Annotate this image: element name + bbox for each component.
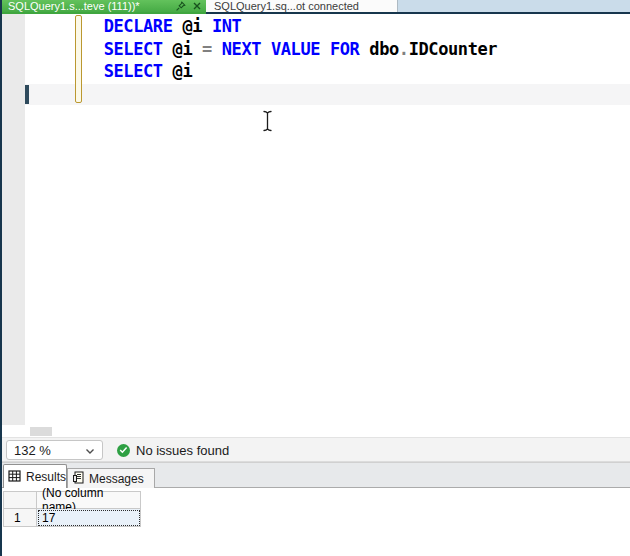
chevron-down-icon bbox=[85, 443, 95, 458]
messages-tab-label: Messages bbox=[89, 472, 144, 486]
code-segment: IDCounter bbox=[409, 39, 498, 59]
code-segment: @i bbox=[182, 16, 202, 36]
zoom-level-dropdown[interactable]: 132 % bbox=[6, 440, 103, 460]
code-segment: . bbox=[399, 39, 409, 59]
grid-corner-cell[interactable] bbox=[3, 491, 37, 509]
health-indicator[interactable]: No issues found bbox=[117, 440, 229, 460]
code-segment bbox=[25, 61, 104, 81]
code-segment bbox=[359, 39, 369, 59]
code-segment bbox=[173, 16, 183, 36]
grid-cell-selected[interactable]: 17 bbox=[37, 509, 141, 527]
code-line[interactable] bbox=[25, 83, 625, 106]
code-segment: SELECT bbox=[104, 39, 163, 59]
pin-icon[interactable] bbox=[175, 1, 186, 12]
code-segment: INT bbox=[212, 16, 242, 36]
code-segment: @i bbox=[173, 61, 193, 81]
code-segment bbox=[163, 39, 173, 59]
code-segment: dbo bbox=[369, 39, 399, 59]
code-lines[interactable]: DECLARE @i INT SELECT @i = NEXT VALUE FO… bbox=[25, 15, 625, 105]
zoom-level-value: 132 % bbox=[14, 443, 85, 458]
code-segment bbox=[25, 39, 104, 59]
code-segment bbox=[163, 61, 173, 81]
active-tab-title: SQLQuery1.s...teve (111))* bbox=[8, 0, 169, 12]
grid-column-header[interactable]: (No column name) bbox=[37, 491, 141, 509]
grid-row-header[interactable]: 1 bbox=[3, 509, 37, 527]
code-segment: @i bbox=[173, 39, 193, 59]
code-segment: SELECT bbox=[104, 61, 163, 81]
code-segment: = bbox=[202, 39, 212, 59]
inactive-tab-title: SQLQuery1.sq...ot connected bbox=[214, 0, 359, 12]
horizontal-scrollbar-thumb[interactable] bbox=[30, 427, 52, 436]
code-segment bbox=[202, 16, 212, 36]
code-line[interactable]: SELECT @i = NEXT VALUE FOR dbo.IDCounter bbox=[25, 38, 625, 61]
window-left-border bbox=[0, 0, 2, 556]
code-segment bbox=[192, 39, 202, 59]
close-icon[interactable] bbox=[192, 1, 202, 11]
tab-results[interactable]: Results bbox=[3, 464, 67, 488]
mouse-ibeam-cursor bbox=[261, 110, 274, 136]
tab-sqlquery-inactive[interactable]: SQLQuery1.sq...ot connected bbox=[206, 0, 398, 12]
tab-sqlquery-active[interactable]: SQLQuery1.s...teve (111))* bbox=[2, 0, 206, 12]
code-line[interactable]: SELECT @i bbox=[25, 60, 625, 83]
code-line[interactable]: DECLARE @i INT bbox=[25, 15, 625, 38]
code-segment: DECLARE bbox=[104, 16, 173, 36]
code-segment: NEXT VALUE FOR bbox=[222, 39, 360, 59]
code-segment bbox=[25, 16, 104, 36]
results-tab-label: Results bbox=[26, 470, 66, 484]
active-tab-underline bbox=[2, 12, 206, 14]
code-segment bbox=[212, 39, 222, 59]
check-circle-icon bbox=[117, 444, 130, 457]
health-status-text: No issues found bbox=[136, 443, 229, 458]
grid-icon bbox=[8, 468, 21, 486]
messages-icon bbox=[72, 470, 84, 488]
editor-gutter[interactable] bbox=[2, 14, 25, 425]
tab-messages[interactable]: Messages bbox=[67, 468, 155, 488]
